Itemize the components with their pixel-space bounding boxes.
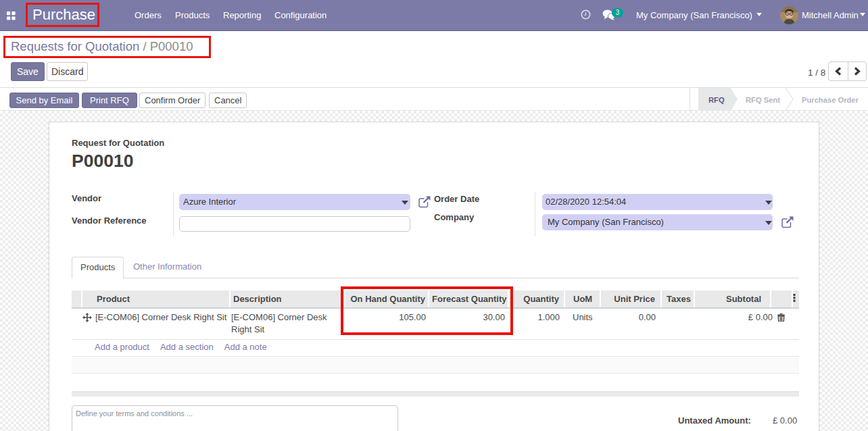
- svg-text:RFQ Sent: RFQ Sent: [746, 96, 780, 104]
- svg-text:Purchase Order: Purchase Order: [802, 96, 859, 104]
- svg-text:RFQ: RFQ: [708, 96, 725, 104]
